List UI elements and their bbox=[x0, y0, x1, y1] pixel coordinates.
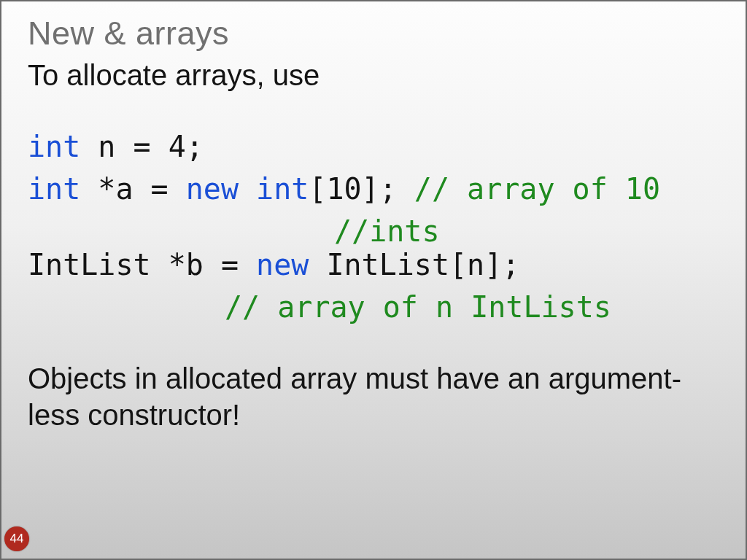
code-line-1: int n = 4; bbox=[28, 130, 725, 163]
intro-text: To allocate arrays, use bbox=[28, 57, 725, 93]
keyword-new: new bbox=[186, 172, 239, 206]
slide-title: New & arrays bbox=[28, 15, 725, 52]
code-line-5: // array of n IntLists bbox=[28, 290, 725, 324]
slide: New & arrays To allocate arrays, use int… bbox=[0, 0, 747, 560]
code-text: IntList[n]; bbox=[309, 248, 519, 281]
outro-text: Objects in allocated array must have an … bbox=[28, 360, 725, 433]
page-number-badge: 44 bbox=[4, 526, 29, 551]
code-comment: // array of 10 bbox=[414, 172, 660, 206]
code-text: n = 4; bbox=[80, 130, 204, 163]
keyword-int: int bbox=[28, 172, 80, 206]
code-text: IntList *b = bbox=[28, 248, 256, 281]
spacer bbox=[28, 324, 725, 360]
keyword-int: int bbox=[256, 172, 309, 206]
code-text: [10]; bbox=[309, 172, 414, 206]
spacer bbox=[28, 93, 725, 130]
code-text: *a = bbox=[80, 172, 186, 206]
keyword-int: int bbox=[28, 130, 80, 163]
code-text bbox=[239, 172, 256, 206]
keyword-new: new bbox=[256, 248, 309, 281]
code-line-2: int *a = new int[10]; // array of 10 bbox=[28, 172, 725, 206]
code-comment: // array of n IntLists bbox=[225, 290, 611, 324]
code-line-3: //ints bbox=[28, 214, 725, 248]
code-comment: //ints bbox=[334, 214, 440, 248]
code-line-4: IntList *b = new IntList[n]; bbox=[28, 248, 725, 281]
